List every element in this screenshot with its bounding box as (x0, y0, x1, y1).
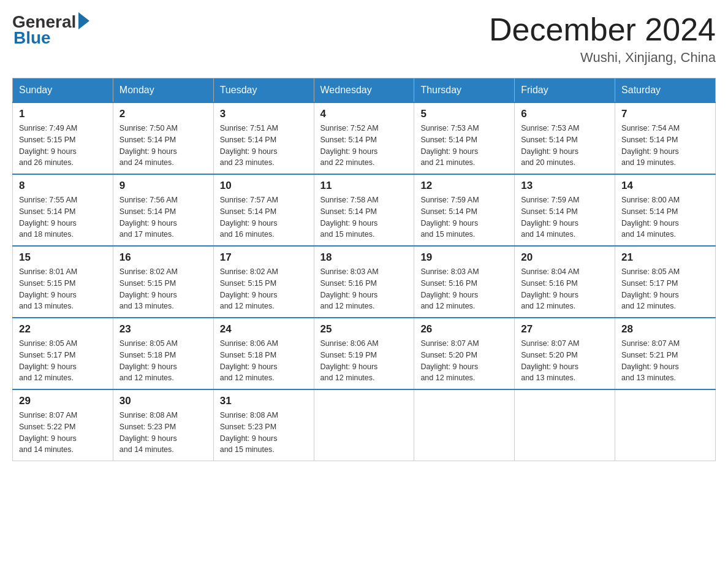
day-info: Sunrise: 7:51 AM Sunset: 5:14 PM Dayligh… (220, 123, 308, 169)
day-info: Sunrise: 8:05 AM Sunset: 5:17 PM Dayligh… (621, 266, 709, 312)
day-info: Sunrise: 8:00 AM Sunset: 5:14 PM Dayligh… (621, 194, 709, 240)
title-block: December 2024 Wushi, Xinjiang, China (489, 12, 716, 66)
day-number: 22 (19, 323, 107, 335)
calendar-cell: 13 Sunrise: 7:59 AM Sunset: 5:14 PM Dayl… (515, 174, 615, 246)
calendar-cell: 14 Sunrise: 8:00 AM Sunset: 5:14 PM Dayl… (615, 174, 716, 246)
month-title: December 2024 (489, 12, 716, 47)
calendar-cell: 20 Sunrise: 8:04 AM Sunset: 5:16 PM Dayl… (515, 246, 615, 318)
day-number: 5 (420, 108, 508, 120)
calendar-cell: 3 Sunrise: 7:51 AM Sunset: 5:14 PM Dayli… (213, 102, 314, 174)
calendar-cell: 25 Sunrise: 8:06 AM Sunset: 5:19 PM Dayl… (314, 318, 414, 389)
day-number: 19 (420, 251, 508, 264)
day-info: Sunrise: 8:07 AM Sunset: 5:21 PM Dayligh… (621, 338, 709, 384)
calendar-cell: 24 Sunrise: 8:06 AM Sunset: 5:18 PM Dayl… (213, 318, 314, 389)
calendar-week-3: 15 Sunrise: 8:01 AM Sunset: 5:15 PM Dayl… (13, 246, 716, 318)
calendar-week-5: 29 Sunrise: 8:07 AM Sunset: 5:22 PM Dayl… (13, 389, 716, 461)
day-info: Sunrise: 7:54 AM Sunset: 5:14 PM Dayligh… (621, 123, 709, 169)
day-info: Sunrise: 8:06 AM Sunset: 5:18 PM Dayligh… (220, 338, 308, 384)
day-info: Sunrise: 8:01 AM Sunset: 5:15 PM Dayligh… (19, 266, 107, 312)
day-number: 20 (521, 251, 609, 264)
calendar-cell: 2 Sunrise: 7:50 AM Sunset: 5:14 PM Dayli… (113, 102, 213, 174)
calendar-cell: 18 Sunrise: 8:03 AM Sunset: 5:16 PM Dayl… (314, 246, 414, 318)
day-info: Sunrise: 8:04 AM Sunset: 5:16 PM Dayligh… (521, 266, 609, 312)
header-monday: Monday (113, 79, 213, 103)
day-info: Sunrise: 7:56 AM Sunset: 5:14 PM Dayligh… (119, 194, 207, 240)
day-info: Sunrise: 7:57 AM Sunset: 5:14 PM Dayligh… (220, 194, 308, 240)
day-number: 3 (220, 108, 308, 120)
day-info: Sunrise: 7:59 AM Sunset: 5:14 PM Dayligh… (521, 194, 609, 240)
logo-blue-label: Blue (13, 28, 51, 48)
day-info: Sunrise: 8:02 AM Sunset: 5:15 PM Dayligh… (119, 266, 207, 312)
header-wednesday: Wednesday (314, 79, 414, 103)
day-number: 13 (521, 180, 609, 192)
day-number: 31 (220, 395, 308, 407)
day-number: 8 (19, 180, 107, 192)
day-number: 24 (220, 323, 308, 335)
header-saturday: Saturday (615, 79, 716, 103)
day-info: Sunrise: 7:53 AM Sunset: 5:14 PM Dayligh… (521, 123, 609, 169)
day-number: 12 (420, 180, 508, 192)
calendar-cell: 22 Sunrise: 8:05 AM Sunset: 5:17 PM Dayl… (13, 318, 113, 389)
day-number: 10 (220, 180, 308, 192)
header-tuesday: Tuesday (213, 79, 314, 103)
day-info: Sunrise: 8:07 AM Sunset: 5:20 PM Dayligh… (521, 338, 609, 384)
calendar-header-row: Sunday Monday Tuesday Wednesday Thursday… (13, 79, 716, 103)
day-number: 4 (320, 108, 408, 120)
calendar-cell (515, 389, 615, 461)
day-info: Sunrise: 8:07 AM Sunset: 5:20 PM Dayligh… (420, 338, 508, 384)
calendar-cell: 28 Sunrise: 8:07 AM Sunset: 5:21 PM Dayl… (615, 318, 716, 389)
day-number: 7 (621, 108, 709, 120)
day-number: 6 (521, 108, 609, 120)
calendar-week-1: 1 Sunrise: 7:49 AM Sunset: 5:15 PM Dayli… (13, 102, 716, 174)
calendar-cell: 30 Sunrise: 8:08 AM Sunset: 5:23 PM Dayl… (113, 389, 213, 461)
calendar-cell: 31 Sunrise: 8:08 AM Sunset: 5:23 PM Dayl… (213, 389, 314, 461)
calendar-cell: 1 Sunrise: 7:49 AM Sunset: 5:15 PM Dayli… (13, 102, 113, 174)
calendar-cell: 27 Sunrise: 8:07 AM Sunset: 5:20 PM Dayl… (515, 318, 615, 389)
calendar-week-2: 8 Sunrise: 7:55 AM Sunset: 5:14 PM Dayli… (13, 174, 716, 246)
day-info: Sunrise: 8:08 AM Sunset: 5:23 PM Dayligh… (220, 410, 308, 456)
calendar-cell: 12 Sunrise: 7:59 AM Sunset: 5:14 PM Dayl… (414, 174, 515, 246)
calendar-cell: 21 Sunrise: 8:05 AM Sunset: 5:17 PM Dayl… (615, 246, 716, 318)
day-number: 14 (621, 180, 709, 192)
day-info: Sunrise: 8:02 AM Sunset: 5:15 PM Dayligh… (220, 266, 308, 312)
logo: General Blue (12, 12, 89, 48)
header-sunday: Sunday (13, 79, 113, 103)
day-info: Sunrise: 7:49 AM Sunset: 5:15 PM Dayligh… (19, 123, 107, 169)
day-info: Sunrise: 8:05 AM Sunset: 5:17 PM Dayligh… (19, 338, 107, 384)
header-friday: Friday (515, 79, 615, 103)
calendar-cell: 5 Sunrise: 7:53 AM Sunset: 5:14 PM Dayli… (414, 102, 515, 174)
day-number: 21 (621, 251, 709, 264)
calendar-cell: 8 Sunrise: 7:55 AM Sunset: 5:14 PM Dayli… (13, 174, 113, 246)
calendar-cell: 19 Sunrise: 8:03 AM Sunset: 5:16 PM Dayl… (414, 246, 515, 318)
calendar-cell: 15 Sunrise: 8:01 AM Sunset: 5:15 PM Dayl… (13, 246, 113, 318)
logo-arrow-icon (78, 12, 89, 29)
day-number: 15 (19, 251, 107, 264)
calendar-cell: 6 Sunrise: 7:53 AM Sunset: 5:14 PM Dayli… (515, 102, 615, 174)
day-number: 26 (420, 323, 508, 335)
day-number: 16 (119, 251, 207, 264)
day-number: 30 (119, 395, 207, 407)
day-info: Sunrise: 8:07 AM Sunset: 5:22 PM Dayligh… (19, 410, 107, 456)
day-info: Sunrise: 8:03 AM Sunset: 5:16 PM Dayligh… (320, 266, 408, 312)
day-number: 29 (19, 395, 107, 407)
day-info: Sunrise: 8:05 AM Sunset: 5:18 PM Dayligh… (119, 338, 207, 384)
day-number: 17 (220, 251, 308, 264)
calendar-cell: 10 Sunrise: 7:57 AM Sunset: 5:14 PM Dayl… (213, 174, 314, 246)
calendar-cell: 17 Sunrise: 8:02 AM Sunset: 5:15 PM Dayl… (213, 246, 314, 318)
calendar-cell: 26 Sunrise: 8:07 AM Sunset: 5:20 PM Dayl… (414, 318, 515, 389)
calendar-table: Sunday Monday Tuesday Wednesday Thursday… (12, 78, 716, 461)
calendar-cell (314, 389, 414, 461)
day-info: Sunrise: 7:59 AM Sunset: 5:14 PM Dayligh… (420, 194, 508, 240)
day-info: Sunrise: 7:52 AM Sunset: 5:14 PM Dayligh… (320, 123, 408, 169)
calendar-cell (414, 389, 515, 461)
day-number: 27 (521, 323, 609, 335)
day-info: Sunrise: 8:08 AM Sunset: 5:23 PM Dayligh… (119, 410, 207, 456)
day-number: 28 (621, 323, 709, 335)
calendar-cell: 16 Sunrise: 8:02 AM Sunset: 5:15 PM Dayl… (113, 246, 213, 318)
day-number: 2 (119, 108, 207, 120)
location-title: Wushi, Xinjiang, China (489, 50, 716, 66)
calendar-cell: 9 Sunrise: 7:56 AM Sunset: 5:14 PM Dayli… (113, 174, 213, 246)
day-info: Sunrise: 8:03 AM Sunset: 5:16 PM Dayligh… (420, 266, 508, 312)
calendar-cell: 23 Sunrise: 8:05 AM Sunset: 5:18 PM Dayl… (113, 318, 213, 389)
day-number: 25 (320, 323, 408, 335)
